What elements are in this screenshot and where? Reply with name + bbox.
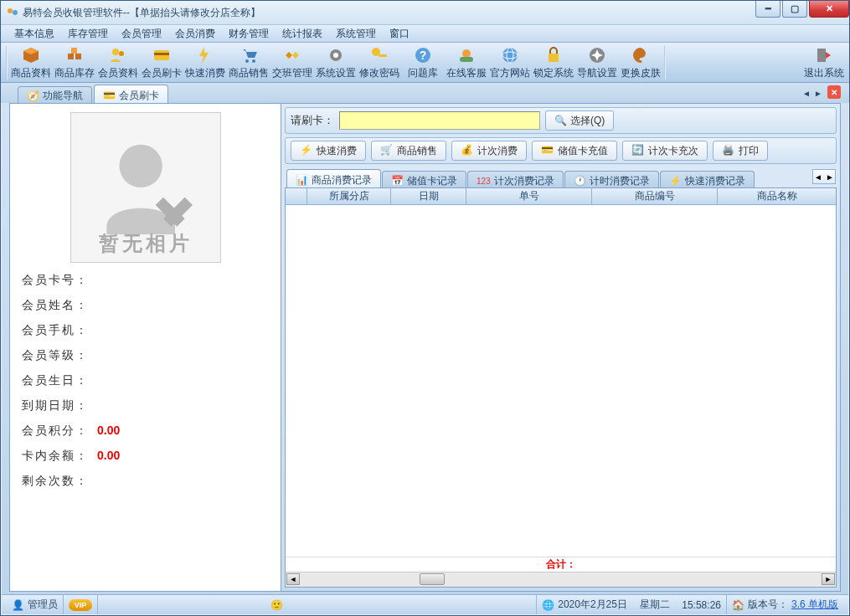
maximize-button[interactable]: ▢	[782, 1, 807, 18]
col-product-code[interactable]: 商品编号	[592, 188, 718, 204]
btn-print[interactable]: 🖨️打印	[713, 141, 768, 161]
exit-icon	[814, 45, 834, 65]
tb-change-pwd[interactable]: 修改密码	[358, 44, 401, 81]
tab-close-button[interactable]: ✕	[827, 85, 841, 99]
box-icon	[21, 45, 41, 65]
handshake-icon	[282, 45, 302, 65]
svg-point-25	[119, 145, 162, 187]
horizontal-scrollbar[interactable]: ◄ ►	[286, 572, 836, 587]
cart-icon	[239, 45, 259, 65]
col-date[interactable]: 日期	[391, 188, 466, 204]
tb-nav-setting[interactable]: 导航设置	[575, 44, 619, 81]
menu-basic-info[interactable]: 基本信息	[8, 25, 61, 43]
btn-product-sale[interactable]: 🛒商品销售	[371, 141, 446, 161]
tb-online-service[interactable]: 在线客服	[445, 44, 488, 81]
face-icon: 🙂	[270, 599, 283, 611]
tb-exit-system[interactable]: 退出系统	[802, 44, 846, 81]
menu-inventory[interactable]: 库存管理	[61, 25, 115, 43]
btn-count-consume[interactable]: 💰计次消费	[451, 141, 527, 161]
user-icon: 👤	[12, 599, 24, 611]
tab-function-nav[interactable]: 🧭功能导航	[18, 86, 92, 103]
tb-product-sale[interactable]: 商品销售	[227, 44, 270, 81]
scroll-right-arrow[interactable]: ►	[822, 573, 835, 585]
menu-member-consume[interactable]: 会员消费	[168, 25, 222, 43]
status-spacer: 🙂	[98, 595, 537, 614]
coin-icon: 💰	[461, 144, 474, 157]
tb-lock-system[interactable]: 锁定系统	[532, 44, 575, 81]
select-member-button[interactable]: 🔍选择(Q)	[545, 110, 614, 131]
card-icon	[152, 45, 172, 65]
menu-report[interactable]: 统计报表	[276, 25, 329, 43]
scroll-left-arrow[interactable]: ◄	[286, 573, 300, 585]
subtab-time-record[interactable]: 🕐计时消费记录	[564, 171, 659, 187]
page-tabs-strip: 🧭功能导航 💳会员刷卡 ◄► ✕	[1, 83, 849, 103]
cart-icon: 🛒	[380, 144, 394, 157]
subtab-count-record[interactable]: 123计次消费记录	[467, 171, 564, 187]
subtab-quick-record[interactable]: ⚡快速消费记录	[660, 171, 755, 187]
row-member-points: 会员积分：0.00	[22, 424, 269, 439]
row-remain-count: 剩余次数：	[22, 474, 269, 489]
tb-sys-setting[interactable]: 系统设置	[314, 44, 358, 81]
menu-bar: 基本信息 库存管理 会员管理 会员消费 财务管理 统计报表 系统管理 窗口	[1, 24, 849, 43]
toolbar-separator	[6, 46, 8, 80]
row-member-name: 会员姓名：	[22, 298, 269, 313]
col-product-name[interactable]: 商品名称	[718, 188, 836, 204]
tb-product-stock[interactable]: 商品库存	[53, 44, 96, 81]
svg-point-5	[112, 49, 119, 55]
globe-icon	[500, 45, 520, 65]
btn-quick-consume[interactable]: ⚡快速消费	[291, 141, 366, 161]
tab-member-swipe[interactable]: 💳会员刷卡	[94, 85, 168, 103]
row-member-birth: 会员生日：	[22, 373, 269, 388]
scroll-thumb[interactable]	[420, 573, 445, 585]
swipe-card-input[interactable]	[339, 111, 540, 130]
version-link[interactable]: 3.6 单机版	[791, 598, 838, 612]
vip-badge-icon: VIP	[69, 599, 92, 611]
tb-official-site[interactable]: 官方网站	[488, 44, 532, 81]
col-row-selector[interactable]	[286, 188, 307, 204]
home-icon: 🏠	[732, 599, 744, 611]
tb-member-data[interactable]: 会员资料	[96, 44, 140, 81]
svg-rect-2	[68, 54, 74, 59]
no-photo-label: 暂无相片	[99, 230, 193, 257]
number-icon: 123	[477, 177, 491, 186]
svg-rect-8	[154, 53, 169, 55]
tb-faq[interactable]: ?问题库	[401, 44, 445, 81]
btn-recharge[interactable]: 💳储值卡充值	[532, 141, 617, 161]
svg-rect-14	[379, 54, 387, 57]
grid-header: 所属分店 日期 单号 商品编号 商品名称	[286, 188, 836, 205]
svg-rect-18	[460, 57, 473, 62]
subtab-product-record[interactable]: 📊商品消费记录	[286, 169, 381, 187]
consumption-panel: 请刷卡： 🔍选择(Q) ⚡快速消费 🛒商品销售 💰计次消费 💳储值卡充值 🔄计次…	[281, 104, 840, 591]
boxes-icon	[64, 45, 85, 65]
tb-shift-manage[interactable]: 交班管理	[270, 44, 314, 81]
close-button[interactable]: ✕	[809, 1, 849, 18]
clock-icon: 🕐	[574, 175, 586, 187]
subtab-stored-record[interactable]: 📅储值卡记录	[382, 171, 466, 187]
chart-icon: 📊	[296, 174, 308, 186]
value-points: 0.00	[97, 424, 120, 439]
tb-product-data[interactable]: 商品资料	[9, 44, 53, 81]
row-card-balance: 卡内余额：0.00	[22, 449, 269, 464]
bolt-icon	[195, 45, 215, 65]
svg-point-9	[245, 59, 249, 63]
tb-quick-consume[interactable]: 快速消费	[183, 44, 227, 81]
menu-member[interactable]: 会员管理	[115, 25, 168, 43]
svg-point-10	[252, 59, 255, 63]
tab-next-icon[interactable]: ►	[812, 87, 824, 99]
menu-finance[interactable]: 财务管理	[222, 25, 276, 43]
main-toolbar: 商品资料 商品库存 会员资料 会员刷卡 快速消费 商品销售 交班管理 系统设置 …	[1, 43, 849, 83]
menu-system[interactable]: 系统管理	[329, 25, 383, 43]
tab-prev-icon[interactable]: ◄	[801, 87, 812, 99]
col-store[interactable]: 所属分店	[307, 188, 391, 204]
btn-count-recharge[interactable]: 🔄计次卡充次	[622, 141, 708, 161]
menu-window[interactable]: 窗口	[383, 25, 416, 43]
svg-rect-3	[75, 54, 81, 59]
tb-member-swipe[interactable]: 会员刷卡	[140, 44, 183, 81]
printer-icon: 🖨️	[722, 144, 735, 157]
card-icon: 💳	[103, 90, 116, 101]
grid-body[interactable]	[286, 205, 836, 557]
minimize-button[interactable]: ━	[755, 1, 780, 18]
tb-change-skin[interactable]: 更换皮肤	[619, 44, 662, 81]
subtab-nav[interactable]: ◄►	[812, 169, 836, 184]
col-order-no[interactable]: 单号	[466, 188, 592, 204]
